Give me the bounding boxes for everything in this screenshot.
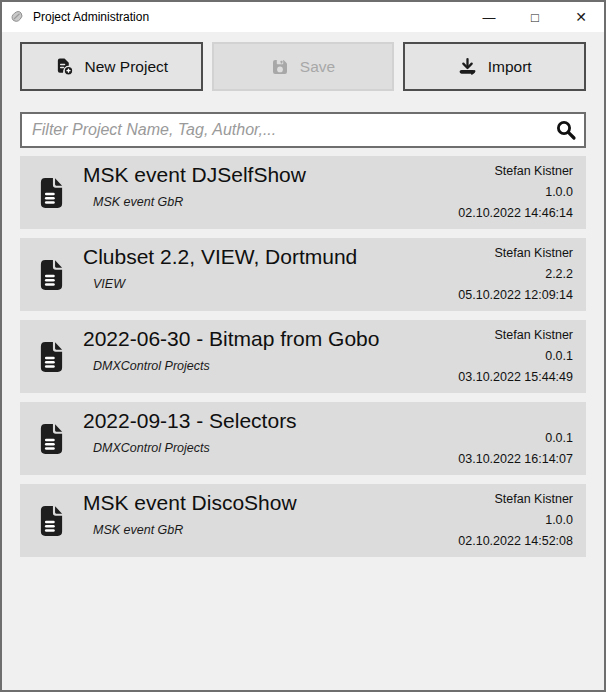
- filter-bar: [20, 112, 586, 148]
- project-text-block: 2022-09-13 - Selectors DMXControl Projec…: [83, 402, 458, 475]
- close-button[interactable]: ✕: [558, 2, 604, 32]
- project-author: Stefan Kistner: [458, 243, 573, 264]
- project-name: 2022-06-30 - Bitmap from Gobo: [83, 327, 458, 351]
- project-row[interactable]: MSK event DiscoShow MSK event GbR Stefan…: [20, 484, 586, 557]
- project-document-icon: [20, 421, 83, 457]
- project-version: 1.0.0: [458, 182, 573, 203]
- project-row[interactable]: MSK event DJSelfShow MSK event GbR Stefa…: [20, 156, 586, 229]
- project-document-icon: [20, 257, 83, 293]
- project-author: Stefan Kistner: [458, 325, 573, 346]
- new-project-icon: [55, 57, 74, 76]
- project-text-block: Clubset 2.2, VIEW, Dortmund VIEW: [83, 238, 458, 311]
- import-icon: [458, 57, 477, 76]
- project-version: 0.0.1: [458, 346, 573, 367]
- project-date: 03.10.2022 16:14:07: [458, 449, 573, 470]
- project-version: 1.0.0: [458, 510, 573, 531]
- import-label: Import: [488, 58, 532, 76]
- project-tag: MSK event GbR: [93, 195, 458, 209]
- project-row[interactable]: Clubset 2.2, VIEW, Dortmund VIEW Stefan …: [20, 238, 586, 311]
- project-row[interactable]: 2022-09-13 - Selectors DMXControl Projec…: [20, 402, 586, 475]
- project-tag: VIEW: [93, 277, 458, 291]
- project-meta: Stefan Kistner 2.2.2 05.10.2022 12:09:14: [458, 238, 586, 311]
- project-name: MSK event DiscoShow: [83, 491, 458, 515]
- project-meta: 0.0.1 03.10.2022 16:14:07: [458, 402, 586, 475]
- project-version: 2.2.2: [458, 264, 573, 285]
- project-document-icon: [20, 175, 83, 211]
- project-document-icon: [20, 339, 83, 375]
- project-tag: MSK event GbR: [93, 523, 458, 537]
- filter-input[interactable]: [20, 112, 586, 148]
- project-text-block: MSK event DiscoShow MSK event GbR: [83, 484, 458, 557]
- minimize-button[interactable]: —: [466, 2, 512, 32]
- titlebar[interactable]: Project Administration — □ ✕: [2, 2, 604, 32]
- window-title: Project Administration: [33, 10, 149, 24]
- window-controls: — □ ✕: [466, 2, 604, 32]
- project-tag: DMXControl Projects: [93, 359, 458, 373]
- project-version: 0.0.1: [458, 428, 573, 449]
- app-icon: [9, 9, 25, 25]
- project-date: 05.10.2022 12:09:14: [458, 285, 573, 306]
- import-button[interactable]: Import: [403, 42, 586, 91]
- project-name: 2022-09-13 - Selectors: [83, 409, 458, 433]
- save-label: Save: [300, 58, 335, 76]
- new-project-button[interactable]: New Project: [20, 42, 203, 91]
- project-author: [458, 407, 573, 428]
- maximize-button[interactable]: □: [512, 2, 558, 32]
- content-area: New Project Save: [2, 32, 604, 690]
- project-author: Stefan Kistner: [458, 489, 573, 510]
- save-button[interactable]: Save: [212, 42, 395, 91]
- project-tag: DMXControl Projects: [93, 441, 458, 455]
- project-text-block: MSK event DJSelfShow MSK event GbR: [83, 156, 458, 229]
- project-meta: Stefan Kistner 1.0.0 02.10.2022 14:52:08: [458, 484, 586, 557]
- project-name: Clubset 2.2, VIEW, Dortmund: [83, 245, 458, 269]
- project-list: MSK event DJSelfShow MSK event GbR Stefa…: [20, 156, 586, 557]
- project-meta: Stefan Kistner 0.0.1 03.10.2022 15:44:49: [458, 320, 586, 393]
- project-author: Stefan Kistner: [458, 161, 573, 182]
- project-row[interactable]: 2022-06-30 - Bitmap from Gobo DMXControl…: [20, 320, 586, 393]
- project-date: 02.10.2022 14:52:08: [458, 531, 573, 552]
- project-date: 02.10.2022 14:46:14: [458, 203, 573, 224]
- save-icon: [271, 58, 289, 76]
- project-meta: Stefan Kistner 1.0.0 02.10.2022 14:46:14: [458, 156, 586, 229]
- new-project-label: New Project: [85, 58, 169, 76]
- search-icon: [555, 119, 577, 145]
- project-document-icon: [20, 503, 83, 539]
- project-administration-window: Project Administration — □ ✕: [0, 0, 606, 692]
- project-name: MSK event DJSelfShow: [83, 163, 458, 187]
- project-date: 03.10.2022 15:44:49: [458, 367, 573, 388]
- toolbar: New Project Save: [20, 42, 586, 91]
- project-text-block: 2022-06-30 - Bitmap from Gobo DMXControl…: [83, 320, 458, 393]
